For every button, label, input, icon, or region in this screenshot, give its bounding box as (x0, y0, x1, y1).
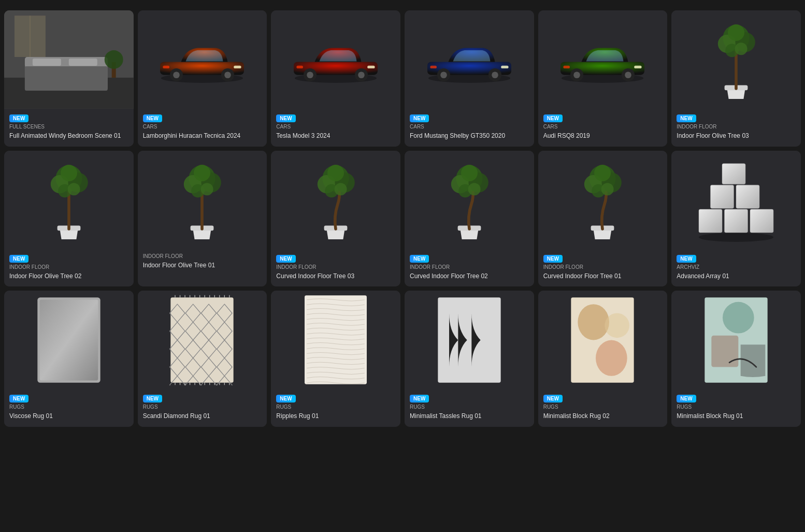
svg-point-124 (578, 304, 610, 340)
card-olive-tree-03[interactable]: NEWINDOOR FLOORIndoor Floor Olive Tree 0… (671, 10, 801, 147)
card-tesla[interactable]: NEWCARSTesla Model 3 2024 (271, 10, 400, 147)
badge-new: NEW (410, 395, 429, 402)
svg-rect-91 (711, 185, 734, 208)
card-minimalist-tassles-rug[interactable]: NEWRUGSMinimalist Tassles Rug 01 (405, 291, 534, 427)
card-info-curved-tree-01: NEWINDOOR FLOORCurved Indoor Floor Tree … (538, 249, 668, 287)
svg-point-58 (67, 183, 80, 195)
card-image-tesla (271, 10, 400, 109)
card-title: Curved Indoor Floor Tree 01 (543, 272, 622, 280)
svg-rect-126 (605, 313, 630, 338)
badge-new: NEW (677, 255, 696, 263)
badge-new: NEW (9, 395, 28, 402)
card-info-ripples-rug: NEWRUGSRipples Rug 01 (271, 389, 400, 427)
badge-new: NEW (677, 114, 696, 122)
card-image-audi-rsq8 (538, 10, 668, 109)
card-audi-rsq8[interactable]: NEWCARSAudi RSQ8 2019 (538, 10, 668, 147)
card-title: Indoor Floor Olive Tree 01 (143, 262, 215, 269)
svg-point-84 (594, 165, 611, 181)
svg-point-51 (735, 42, 748, 55)
svg-rect-19 (234, 66, 241, 68)
card-info-advanced-array: NEWARCHVIZAdvanced Array 01 (671, 249, 801, 287)
card-info-minimalist-block-rug-02: NEWRUGSMinimalist Block Rug 02 (538, 389, 668, 427)
card-minimalist-block-rug-02[interactable]: NEWRUGSMinimalist Block Rug 02 (538, 291, 668, 427)
card-category: INDOOR FLOOR (276, 264, 395, 270)
card-olive-tree-01[interactable]: INDOOR FLOORIndoor Floor Olive Tree 01 (138, 151, 267, 287)
card-category: RUGS (543, 404, 663, 410)
card-image-olive-tree-03 (671, 10, 801, 109)
card-category: INDOOR FLOOR (677, 124, 796, 130)
badge-new: NEW (276, 114, 295, 122)
card-ford-mustang[interactable]: NEWCARSFord Mustang Shelby GT350 2020 (405, 10, 534, 147)
card-category: RUGS (9, 404, 128, 410)
card-category: RUGS (276, 404, 395, 410)
svg-rect-27 (367, 66, 375, 68)
badge-new: NEW (677, 395, 696, 402)
card-info-ford-mustang: NEWCARSFord Mustang Shelby GT350 2020 (405, 109, 534, 147)
card-lamborghini[interactable]: NEWCARSLamborghini Huracan Tecnica 2024 (138, 10, 267, 147)
svg-point-63 (194, 165, 210, 181)
svg-point-56 (61, 165, 77, 181)
badge-new: NEW (143, 395, 162, 402)
svg-rect-88 (699, 209, 722, 233)
card-image-scandi-diamond-rug (138, 291, 267, 389)
badge-new: NEW (276, 255, 295, 263)
svg-point-79 (468, 183, 480, 195)
badge-new: NEW (276, 395, 295, 402)
card-viscose-rug[interactable]: NEWRUGSViscose Rug 01 (4, 291, 134, 427)
badge-new: NEW (543, 114, 563, 122)
card-title: Minimalist Tassles Rug 01 (410, 412, 482, 420)
card-info-olive-tree-03: NEWINDOOR FLOORIndoor Floor Olive Tree 0… (671, 109, 801, 147)
card-ripples-rug[interactable]: NEWRUGSRipples Rug 01 (271, 291, 400, 427)
card-info-tesla: NEWCARSTesla Model 3 2024 (271, 109, 400, 147)
card-category: FULL SCENES (9, 124, 128, 130)
card-title: Viscose Rug 01 (9, 412, 53, 420)
card-scandi-diamond-rug[interactable]: NEWRUGSScandi Diamond Rug 01 (138, 291, 267, 427)
card-curved-tree-03[interactable]: NEWINDOOR FLOORCurved Indoor Floor Tree … (271, 151, 400, 287)
card-title: Ripples Rug 01 (276, 412, 319, 420)
card-bedroom-scene[interactable]: NEWFULL SCENESFull Animated Windy Bedroo… (4, 10, 134, 147)
svg-point-26 (358, 71, 365, 78)
card-category: CARS (410, 124, 529, 130)
card-info-curved-tree-03: NEWINDOOR FLOORCurved Indoor Floor Tree … (271, 249, 400, 287)
svg-point-40 (574, 71, 581, 78)
badge-new: NEW (143, 114, 162, 122)
card-curved-tree-02[interactable]: NEWINDOOR FLOORCurved Indoor Floor Tree … (405, 151, 534, 287)
card-info-olive-tree-01: INDOOR FLOORIndoor Floor Olive Tree 01 (138, 249, 267, 276)
card-image-ford-mustang (405, 10, 534, 109)
card-info-scandi-diamond-rug: NEWRUGSScandi Diamond Rug 01 (138, 389, 267, 427)
svg-rect-28 (297, 66, 304, 68)
card-image-bedroom-scene (4, 10, 134, 109)
svg-point-125 (596, 340, 627, 376)
svg-rect-129 (711, 336, 738, 367)
card-info-lamborghini: NEWCARSLamborghini Huracan Tecnica 2024 (138, 109, 267, 147)
card-minimalist-block-rug-01[interactable]: NEWRUGSMinimalist Block Rug 01 (671, 291, 801, 427)
svg-point-128 (723, 302, 754, 334)
svg-point-18 (225, 71, 232, 78)
card-title: Minimalist Block Rug 01 (677, 412, 743, 420)
card-info-viscose-rug: NEWRUGSViscose Rug 01 (4, 389, 134, 427)
card-olive-tree-02[interactable]: NEWINDOOR FLOORIndoor Floor Olive Tree 0… (4, 151, 134, 287)
card-title: Curved Indoor Floor Tree 02 (410, 272, 488, 280)
main-grid: NEWFULL SCENESFull Animated Windy Bedroo… (0, 6, 805, 431)
card-category: INDOOR FLOOR (543, 264, 663, 270)
svg-rect-89 (725, 209, 748, 233)
svg-rect-44 (564, 66, 570, 68)
card-curved-tree-01[interactable]: NEWINDOOR FLOORCurved Indoor Floor Tree … (538, 151, 668, 287)
card-advanced-array[interactable]: NEWARCHVIZAdvanced Array 01 (671, 151, 801, 287)
card-title: Advanced Array 01 (677, 272, 729, 280)
card-image-olive-tree-01 (138, 151, 267, 249)
svg-rect-122 (438, 297, 500, 383)
badge-new: NEW (410, 255, 429, 263)
svg-point-86 (601, 183, 614, 195)
card-title: Minimalist Block Rug 02 (543, 412, 610, 420)
card-title: Indoor Floor Olive Tree 02 (9, 272, 81, 280)
card-image-viscose-rug (4, 291, 134, 389)
svg-point-34 (492, 71, 498, 78)
card-title: Lamborghini Huracan Tecnica 2024 (143, 132, 241, 139)
card-category: CARS (543, 124, 663, 130)
card-info-bedroom-scene: NEWFULL SCENESFull Animated Windy Bedroo… (4, 109, 134, 147)
card-image-curved-tree-03 (271, 151, 400, 249)
card-info-olive-tree-02: NEWINDOOR FLOORIndoor Floor Olive Tree 0… (4, 249, 134, 287)
svg-point-77 (461, 165, 478, 181)
card-info-minimalist-tassles-rug: NEWRUGSMinimalist Tassles Rug 01 (405, 389, 534, 427)
